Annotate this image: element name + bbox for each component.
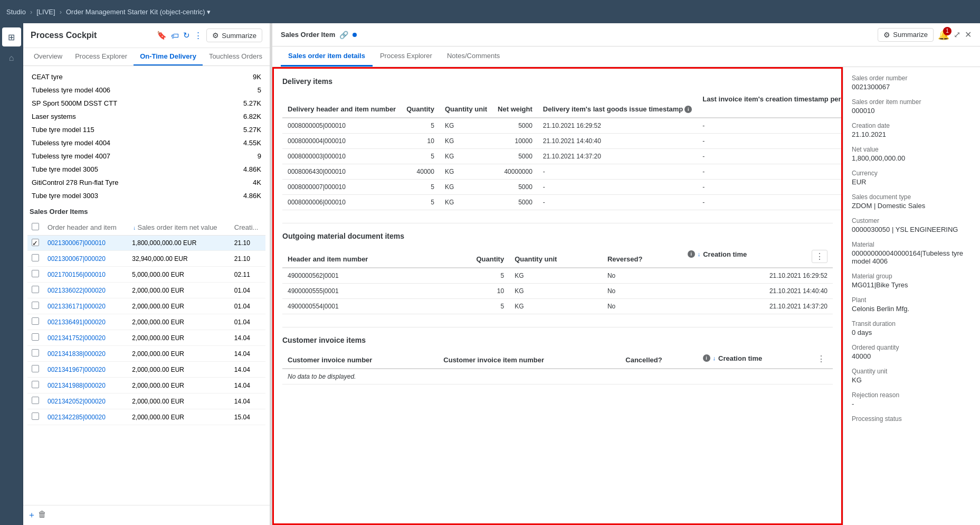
expand-icon[interactable]: ⤢ [954, 30, 960, 40]
sales-orders-title: Sales Order Items [27, 208, 265, 215]
order-item-link[interactable]: 0021336171|000020 [43, 298, 128, 314]
delivery-qty: 5 [401, 180, 440, 195]
bookmark-icon[interactable]: 🔖 [157, 31, 167, 40]
summarize-button[interactable]: ⚙ Summarize [206, 29, 262, 42]
table-row[interactable]: 0021341988|000020 2,000,000.00 EUR 14.04 [27, 378, 265, 393]
delivery-weight: 5000 [492, 118, 538, 134]
table-row[interactable]: ✓ 0021300067|000010 1,800,000,000.00 EUR… [27, 236, 265, 251]
app-dropdown[interactable]: Order Management Starter Kit (object-cen… [66, 8, 211, 16]
order-value: 2,000,000.00 EUR [128, 378, 230, 393]
section-list-item[interactable]: Tubeless tyre model 40044.55K [27, 136, 265, 149]
tab-on-time-delivery[interactable]: On-Time Delivery [134, 48, 203, 65]
order-item-link[interactable]: 0021700156|000010 [43, 267, 128, 283]
nav-grid-icon[interactable]: ⊞ [2, 27, 21, 46]
close-icon[interactable]: ✕ [965, 30, 972, 40]
rp-field-value: 0 days [852, 329, 972, 336]
section-list-item[interactable]: GitiControl 278 Run-flat Tyre4K [27, 176, 265, 189]
row-checkbox[interactable] [32, 412, 39, 420]
table-row[interactable]: 0021300067|000020 32,940,000.00 EUR 21.1… [27, 251, 265, 267]
app-title: Order Management Starter Kit (object-cen… [66, 8, 205, 16]
row-checkbox[interactable] [32, 381, 39, 388]
add-icon[interactable]: ＋ [27, 510, 36, 521]
section-list-item[interactable]: Laser systems6.82K [27, 110, 265, 123]
table-row[interactable]: 0021700156|000010 5,000,000.00 EUR 02.11 [27, 267, 265, 283]
dialog-summarize-button[interactable]: ⚙ Summarize [878, 28, 934, 42]
right-panel-field: Plant Celonis Berlin Mfg. [852, 296, 972, 313]
trash-icon[interactable]: 🗑 [38, 510, 46, 521]
order-item-link[interactable]: 0021341752|000020 [43, 330, 128, 346]
row-checkbox[interactable] [32, 317, 39, 325]
rp-field-label: Transit duration [852, 320, 972, 327]
order-item-link[interactable]: 0021336022|000020 [43, 283, 128, 298]
outgoing-qty: 10 [442, 284, 510, 299]
table-row[interactable]: 0021336491|000020 2,000,000.00 EUR 01.04 [27, 314, 265, 330]
table-row[interactable]: 0021341752|000020 2,000,000.00 EUR 14.04 [27, 330, 265, 346]
section-list-item[interactable]: Tube tyre model 30054.86K [27, 163, 265, 176]
delivery-weight: 5000 [492, 149, 538, 164]
tab-notes-comments[interactable]: Notes/Comments [440, 46, 507, 67]
studio-link[interactable]: Studio [6, 8, 26, 16]
cockpit-panel: Process Cockpit 🔖 🏷 ↻ ⋮ ⚙ Summarize Over… [23, 23, 270, 525]
table-row[interactable]: 0021341967|000020 2,000,000.00 EUR 14.04 [27, 362, 265, 378]
rp-field-label: Material [852, 241, 972, 248]
section-item-value: 4.86K [243, 192, 261, 200]
order-item-link[interactable]: 0021342052|000020 [43, 393, 128, 409]
rp-field-label: Customer [852, 217, 972, 224]
order-item-link[interactable]: 0021341988|000020 [43, 378, 128, 393]
ci-table-more-btn[interactable]: ⋮ [815, 354, 827, 364]
col-gi-ts-info-icon[interactable]: i [684, 106, 692, 113]
ci-creation-time-sort-btn[interactable]: ↓ [712, 355, 717, 361]
select-all-checkbox[interactable] [32, 223, 39, 230]
nav-home-icon[interactable]: ⌂ [2, 49, 21, 68]
section-list-item[interactable]: Tube tyre model 30034.86K [27, 189, 265, 202]
table-row[interactable]: 0021342285|000020 2,000,000.00 EUR 15.04 [27, 409, 265, 425]
section-list-item[interactable]: Tubeless tyre model 40079 [27, 149, 265, 163]
section-list-item[interactable]: CEAT tyre9K [27, 70, 265, 83]
order-date: 01.04 [230, 314, 265, 330]
outgoing-table-row: 4900000562|0001 5 KG No 21.10.2021 16:29… [282, 268, 833, 284]
outgoing-table-more-btn[interactable]: ⋮ [812, 250, 827, 263]
order-item-link[interactable]: 0021300067|000010 [43, 236, 128, 251]
table-row[interactable]: 0021342052|000020 2,000,000.00 EUR 14.04 [27, 393, 265, 409]
order-item-link[interactable]: 0021342285|000020 [43, 409, 128, 425]
order-item-link[interactable]: 0021336491|000020 [43, 314, 128, 330]
right-panel-field: Net value 1,800,000,000.00 [852, 146, 972, 162]
refresh-icon[interactable]: ↻ [183, 31, 190, 40]
link-icon[interactable]: 🔗 [339, 31, 348, 39]
table-row[interactable]: 0021336171|000020 2,000,000.00 EUR 01.04 [27, 298, 265, 314]
table-row[interactable]: 0021341838|000020 2,000,000.00 EUR 14.04 [27, 346, 265, 362]
cockpit-content: CEAT tyre9KTubeless tyre model 40065SP S… [23, 66, 270, 505]
order-value: 2,000,000.00 EUR [128, 283, 230, 298]
col-creation: Creati... [230, 220, 265, 236]
order-item-link[interactable]: 0021341838|000020 [43, 346, 128, 362]
row-checkbox[interactable]: ✓ [32, 239, 39, 246]
tab-process-explorer-dialog[interactable]: Process Explorer [373, 46, 440, 67]
row-checkbox[interactable] [32, 286, 39, 293]
row-checkbox[interactable] [32, 349, 39, 357]
row-checkbox[interactable] [32, 397, 39, 404]
live-link[interactable]: [LIVE] [36, 8, 55, 16]
row-checkbox[interactable] [32, 270, 39, 277]
table-row[interactable]: 0021336022|000020 2,000,000.00 EUR 01.04 [27, 283, 265, 298]
outgoing-reversed: No [602, 268, 682, 284]
row-checkbox[interactable] [32, 254, 39, 261]
col-creation-time-info-icon[interactable]: i [688, 250, 695, 258]
order-date: 15.04 [230, 409, 265, 425]
section-list-item[interactable]: Tubeless tyre model 40065 [27, 83, 265, 97]
tag-icon[interactable]: 🏷 [171, 31, 179, 40]
order-item-link[interactable]: 0021341967|000020 [43, 362, 128, 378]
tab-sales-order-details[interactable]: Sales order item details [281, 46, 373, 67]
row-checkbox[interactable] [32, 365, 39, 372]
more-actions-icon[interactable]: ⋮ [194, 31, 202, 40]
row-checkbox[interactable] [32, 333, 39, 341]
row-checkbox[interactable] [32, 302, 39, 309]
col-ci-creation-time-info-icon[interactable]: i [703, 354, 710, 362]
section-list-item[interactable]: SP Sport 5000M DSST CTT5.27K [27, 97, 265, 110]
tab-overview[interactable]: Overview [27, 48, 69, 65]
sort-active-icon[interactable]: ↓ [133, 225, 136, 231]
creation-time-sort-btn[interactable]: ↓ [697, 251, 702, 257]
tab-process-explorer[interactable]: Process Explorer [69, 48, 134, 65]
section-list-item[interactable]: Tube tyre model 1155.27K [27, 123, 265, 136]
order-item-link[interactable]: 0021300067|000020 [43, 251, 128, 267]
tab-touchless-orders[interactable]: Touchless Orders [203, 48, 269, 65]
